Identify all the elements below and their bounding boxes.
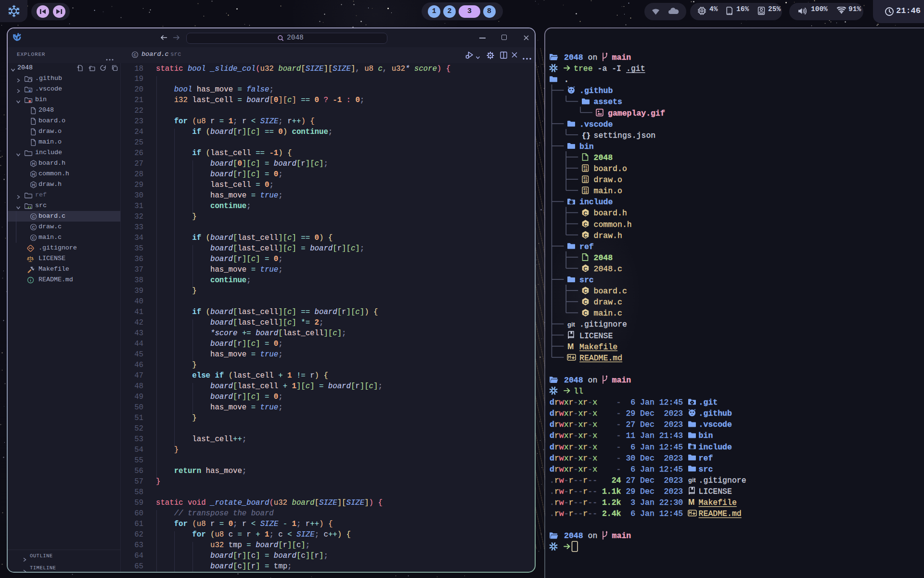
svg-text:bin: bin <box>699 431 713 440</box>
svg-text:Jan: Jan <box>640 431 654 440</box>
svg-text:.vscode: .vscode <box>699 420 732 429</box>
svg-text:1.1k: 1.1k <box>602 487 621 496</box>
svg-text:-: - <box>616 431 621 440</box>
svg-text:ref: ref <box>699 454 713 463</box>
svg-text:board.o: board.o <box>594 164 627 173</box>
svg-text:6: 6 <box>630 443 635 452</box>
svg-text:.: . <box>564 75 569 84</box>
svg-text:git: git <box>688 476 696 484</box>
svg-text:-: - <box>616 443 621 452</box>
svg-text:Jan: Jan <box>640 443 654 452</box>
svg-text:Dec: Dec <box>640 454 654 463</box>
svg-text:-: - <box>616 454 621 463</box>
svg-text:.git: .git <box>699 398 718 407</box>
svg-text:README.md: README.md <box>699 509 742 518</box>
svg-text:M: M <box>688 498 694 506</box>
svg-text:3: 3 <box>630 498 635 507</box>
svg-text:draw.o: draw.o <box>594 175 622 184</box>
svg-text:Dec: Dec <box>640 420 654 429</box>
svg-text:2023: 2023 <box>664 487 683 496</box>
svg-text:6: 6 <box>630 509 635 518</box>
svg-text:assets: assets <box>594 97 622 106</box>
svg-text:12:45: 12:45 <box>659 509 683 518</box>
svg-text:tree: tree <box>574 64 593 73</box>
svg-text:main: main <box>612 531 631 540</box>
svg-text:2023: 2023 <box>664 409 683 418</box>
svg-text:LICENSE: LICENSE <box>699 487 732 496</box>
svg-text:-I: -I <box>612 64 621 73</box>
svg-text:21:43: 21:43 <box>659 431 683 440</box>
svg-text:2048: 2048 <box>564 53 583 62</box>
svg-text:.rw-r--r--: .rw-r--r-- <box>550 509 597 518</box>
svg-text:settings.json: settings.json <box>594 131 656 140</box>
svg-text:on: on <box>588 53 598 62</box>
svg-text:11: 11 <box>626 431 635 440</box>
svg-text:Dec: Dec <box>640 487 654 496</box>
svg-text:Dec: Dec <box>640 409 654 418</box>
svg-text:10: 10 <box>583 180 587 183</box>
svg-text:2023: 2023 <box>664 476 683 485</box>
svg-text:29: 29 <box>626 409 635 418</box>
svg-text:.rw-r--r--: .rw-r--r-- <box>550 498 597 507</box>
svg-text:Jan: Jan <box>640 509 654 518</box>
svg-text:Jan: Jan <box>640 465 654 474</box>
svg-text:2023: 2023 <box>664 420 683 429</box>
svg-text:1.2k: 1.2k <box>602 498 621 507</box>
svg-text:gameplay.gif: gameplay.gif <box>608 109 665 118</box>
svg-text:2023: 2023 <box>664 454 683 463</box>
svg-text:drwxr-xr-x: drwxr-xr-x <box>550 465 597 474</box>
svg-text:-: - <box>616 420 621 429</box>
svg-text:drwxr-xr-x: drwxr-xr-x <box>550 409 597 418</box>
svg-text:29: 29 <box>626 487 635 496</box>
svg-text:-a: -a <box>598 64 607 73</box>
svg-text:drwxr-xr-x: drwxr-xr-x <box>550 443 597 452</box>
svg-text:30: 30 <box>626 454 635 463</box>
svg-text:.rw-r--r--: .rw-r--r-- <box>550 487 597 496</box>
svg-text:10: 10 <box>583 169 587 172</box>
svg-text:drwxr-xr-x: drwxr-xr-x <box>550 420 597 429</box>
svg-text:24: 24 <box>612 476 621 485</box>
svg-text:drwxr-xr-x: drwxr-xr-x <box>550 431 597 440</box>
svg-text:drwxr-xr-x: drwxr-xr-x <box>550 454 597 463</box>
svg-text:src: src <box>699 465 713 474</box>
svg-text:12:45: 12:45 <box>659 443 683 452</box>
svg-text:Dec: Dec <box>640 476 654 485</box>
svg-text:2.4k: 2.4k <box>602 509 621 518</box>
svg-text:.github: .github <box>699 409 732 418</box>
svg-text:-: - <box>616 465 621 474</box>
svg-text:{}: {} <box>582 132 590 140</box>
svg-text:2048: 2048 <box>564 531 583 540</box>
svg-text:-: - <box>616 409 621 418</box>
svg-text:.vscode: .vscode <box>579 120 613 129</box>
svg-text:6: 6 <box>630 465 635 474</box>
svg-text:.github: .github <box>579 86 613 95</box>
svg-text:.git: .git <box>626 64 645 73</box>
svg-text:27: 27 <box>626 476 635 485</box>
svg-text:.rw-r--r--: .rw-r--r-- <box>550 476 597 485</box>
svg-text:27: 27 <box>626 420 635 429</box>
svg-text:bin: bin <box>579 142 594 151</box>
svg-text:22:30: 22:30 <box>659 498 683 507</box>
svg-text:Makefile: Makefile <box>699 498 737 507</box>
svg-text:include: include <box>699 443 732 452</box>
svg-text:12:45: 12:45 <box>659 465 683 474</box>
svg-text:on: on <box>588 531 598 540</box>
svg-text:main: main <box>612 53 631 62</box>
svg-text:.gitignore: .gitignore <box>699 476 746 485</box>
svg-text:Jan: Jan <box>640 498 654 507</box>
svg-text:2048: 2048 <box>594 153 613 162</box>
